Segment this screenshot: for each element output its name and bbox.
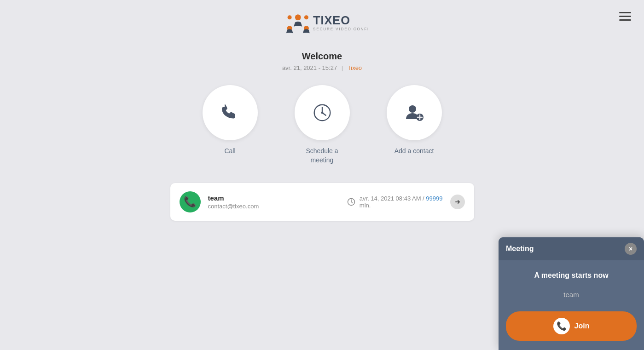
action-call[interactable]: Call [203, 85, 258, 165]
add-contact-circle [387, 85, 442, 140]
join-label: Join [574, 322, 590, 330]
svg-text:TIXEO: TIXEO [313, 14, 350, 27]
svg-point-4 [304, 15, 308, 19]
add-contact-label: Add a contact [395, 147, 434, 156]
svg-text:SECURE VIDEO CONFERENCING: SECURE VIDEO CONFERENCING [313, 27, 368, 31]
time-details: avr. 14, 2021 08:43 AM / 99999 min. [360, 195, 443, 209]
time-icon [347, 197, 356, 207]
action-add-contact[interactable]: Add a contact [387, 85, 442, 165]
meeting-popup: Meeting × A meeting starts now team 📞 Jo… [499, 237, 644, 350]
svg-point-12 [409, 105, 416, 113]
meeting-date: avr. 14, 2021 08:43 AM / [360, 195, 426, 202]
welcome-title: Welcome [0, 51, 644, 62]
svg-point-3 [287, 15, 291, 19]
schedule-label: Schedule ameeting [306, 147, 338, 165]
schedule-circle [295, 85, 350, 140]
welcome-separator: | [342, 64, 343, 71]
action-schedule[interactable]: Schedule ameeting [295, 85, 350, 165]
popup-meeting-message: A meeting starts now [506, 271, 637, 280]
call-label: Call [224, 147, 235, 156]
menu-button[interactable] [617, 10, 633, 23]
join-arrow-button[interactable] [450, 195, 465, 209]
recent-card: 📞 team contact@tixeo.com avr. 14, 2021 0… [170, 183, 474, 221]
contact-time-block: avr. 14, 2021 08:43 AM / 99999 min. [347, 195, 443, 209]
join-button[interactable]: 📞 Join [506, 311, 637, 341]
svg-point-11 [321, 112, 323, 114]
welcome-section: Welcome avr. 21, 2021 - 15:27 | Tixeo [0, 51, 644, 71]
phone-icon [218, 101, 242, 125]
contact-name: team [208, 194, 339, 202]
popup-meeting-name: team [506, 291, 637, 298]
welcome-meta: avr. 21, 2021 - 15:27 | Tixeo [0, 64, 644, 71]
clock-icon [311, 101, 334, 124]
hamburger-line-2 [619, 16, 631, 17]
popup-close-button[interactable]: × [625, 243, 637, 255]
contact-email: contact@tixeo.com [208, 203, 339, 210]
header: TIXEO SECURE VIDEO CONFERENCING [0, 0, 644, 46]
svg-line-18 [351, 202, 353, 203]
welcome-date: avr. 21, 2021 - 15:27 [282, 64, 337, 71]
contact-info: team contact@tixeo.com [208, 194, 339, 210]
arrow-right-icon [454, 198, 461, 206]
hamburger-line-1 [619, 12, 631, 13]
logo: TIXEO SECURE VIDEO CONFERENCING [276, 8, 368, 38]
popup-header: Meeting × [499, 237, 644, 260]
join-phone-circle: 📞 [553, 318, 570, 334]
hamburger-line-3 [619, 19, 631, 21]
popup-title: Meeting [506, 245, 534, 253]
add-contact-icon [402, 101, 426, 125]
join-phone-icon: 📞 [557, 321, 567, 331]
actions-row: Call Schedule ameeting Add a contact [0, 85, 644, 165]
meeting-duration: 99999 [426, 195, 442, 202]
contact-avatar: 📞 [180, 191, 201, 212]
call-circle [203, 85, 258, 140]
popup-body: A meeting starts now team 📞 Join [499, 260, 644, 350]
welcome-username: Tixeo [348, 64, 362, 71]
close-icon: × [629, 245, 632, 252]
meeting-duration-suffix: min. [360, 202, 371, 209]
contact-phone-icon: 📞 [184, 196, 196, 208]
